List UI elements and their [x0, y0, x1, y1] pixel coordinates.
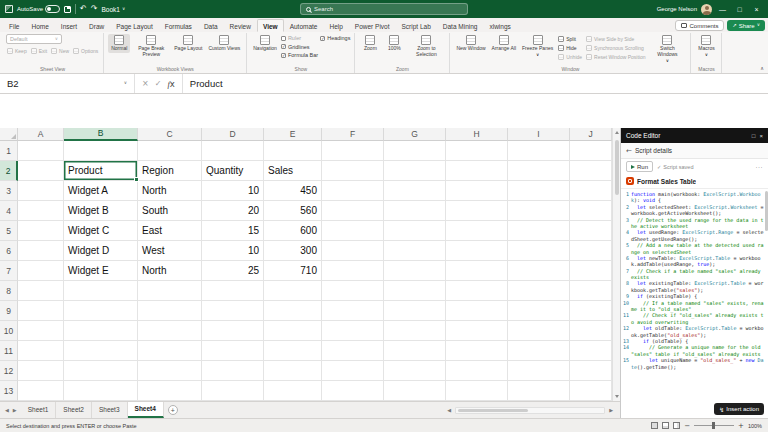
sheet-nav-left-icon[interactable]: ◀: [3, 407, 11, 413]
col-header-D[interactable]: D: [202, 128, 264, 141]
row-header-7[interactable]: 7: [0, 261, 18, 281]
cell-D10[interactable]: [202, 321, 264, 341]
navigation-button[interactable]: Navigation: [251, 34, 279, 53]
cell-B12[interactable]: [64, 361, 138, 381]
checkbox-gridlines[interactable]: ✓Gridlines: [281, 43, 318, 52]
cell-J10[interactable]: [570, 321, 612, 341]
cell-F13[interactable]: [322, 381, 384, 401]
cell-B10[interactable]: [64, 321, 138, 341]
cell-I13[interactable]: [508, 381, 570, 401]
cell-G11[interactable]: [384, 341, 446, 361]
cell-C1[interactable]: [138, 141, 202, 161]
cell-I8[interactable]: [508, 281, 570, 301]
cell-C3[interactable]: North: [138, 181, 202, 201]
sheet-tab-sheet1[interactable]: Sheet1: [21, 402, 57, 418]
ribbon-tab-insert[interactable]: Insert: [55, 19, 83, 32]
close-button[interactable]: ×: [750, 0, 763, 18]
ribbon-tab-script-lab[interactable]: Script Lab: [396, 19, 437, 32]
add-sheet-button[interactable]: +: [168, 405, 178, 415]
horizontal-scrollbar[interactable]: ◀ ▶: [445, 407, 615, 414]
row-header-5[interactable]: 5: [0, 221, 18, 241]
cell-F12[interactable]: [322, 361, 384, 381]
cell-A5[interactable]: [18, 221, 64, 241]
row-header-4[interactable]: 4: [0, 201, 18, 221]
ribbon-tab-help[interactable]: Help: [323, 19, 348, 32]
cell-D2[interactable]: Quantity: [202, 161, 264, 181]
100-button[interactable]: 100%: [383, 34, 405, 53]
cell-E5[interactable]: 600: [264, 221, 322, 241]
script-details-nav[interactable]: ← Script details: [621, 143, 768, 159]
cell-H1[interactable]: [446, 141, 508, 161]
cell-C2[interactable]: Region: [138, 161, 202, 181]
cell-J11[interactable]: [570, 341, 612, 361]
cell-D13[interactable]: [202, 381, 264, 401]
cell-A10[interactable]: [18, 321, 64, 341]
vertical-scrollbar-thumb[interactable]: [615, 140, 619, 195]
cell-G7[interactable]: [384, 261, 446, 281]
checkbox-headings[interactable]: ✓Headings: [320, 34, 350, 43]
keep-button[interactable]: Keep: [6, 46, 28, 55]
zoom-button[interactable]: Zoom: [359, 34, 381, 53]
cell-A2[interactable]: [18, 161, 64, 181]
cell-F3[interactable]: [322, 181, 384, 201]
cell-F9[interactable]: [322, 301, 384, 321]
cell-H3[interactable]: [446, 181, 508, 201]
reset-window-position-button[interactable]: Reset Window Position: [585, 52, 646, 61]
cell-D12[interactable]: [202, 361, 264, 381]
cell-H2[interactable]: [446, 161, 508, 181]
scroll-up-icon[interactable]: [615, 131, 619, 134]
normal-button[interactable]: Normal: [108, 34, 130, 53]
search-box[interactable]: [300, 3, 468, 15]
ribbon-tab-draw[interactable]: Draw: [83, 19, 110, 32]
zoom-to-selection-button[interactable]: Zoom to Selection: [407, 34, 445, 59]
freeze-panes-button[interactable]: Freeze Panes∨: [520, 34, 555, 58]
cell-I3[interactable]: [508, 181, 570, 201]
cell-B7[interactable]: Widget E: [64, 261, 138, 281]
cell-A12[interactable]: [18, 361, 64, 381]
cell-J7[interactable]: [570, 261, 612, 281]
cell-I5[interactable]: [508, 221, 570, 241]
cell-I1[interactable]: [508, 141, 570, 161]
arrange-all-button[interactable]: Arrange All: [490, 34, 518, 53]
ribbon-tab-power-pivot[interactable]: Power Pivot: [349, 19, 396, 32]
cell-C5[interactable]: East: [138, 221, 202, 241]
cell-H4[interactable]: [446, 201, 508, 221]
hide-button[interactable]: Hide: [557, 43, 583, 52]
cell-I10[interactable]: [508, 321, 570, 341]
cell-C11[interactable]: [138, 341, 202, 361]
minimize-button[interactable]: —: [716, 0, 729, 18]
cell-H5[interactable]: [446, 221, 508, 241]
cell-D11[interactable]: [202, 341, 264, 361]
cell-J2[interactable]: [570, 161, 612, 181]
vertical-scrollbar[interactable]: [612, 128, 620, 401]
undo-icon[interactable]: ↶: [80, 5, 87, 13]
cell-I11[interactable]: [508, 341, 570, 361]
cell-C12[interactable]: [138, 361, 202, 381]
autosave-control[interactable]: AutoSave: [17, 5, 60, 13]
cell-H13[interactable]: [446, 381, 508, 401]
share-button[interactable]: ↗ Share ∨: [727, 20, 765, 31]
cell-E12[interactable]: [264, 361, 322, 381]
cell-F1[interactable]: [322, 141, 384, 161]
cell-D6[interactable]: 10: [202, 241, 264, 261]
row-header-6[interactable]: 6: [0, 241, 18, 261]
cell-H6[interactable]: [446, 241, 508, 261]
cell-J1[interactable]: [570, 141, 612, 161]
sheet-nav-right-icon[interactable]: ▶: [11, 407, 19, 413]
cell-F6[interactable]: [322, 241, 384, 261]
options-button[interactable]: Options: [72, 46, 99, 55]
row-header-10[interactable]: 10: [0, 321, 18, 341]
new-window-button[interactable]: New Window: [454, 34, 487, 53]
collapse-ribbon-icon[interactable]: ∧: [760, 65, 764, 71]
popout-icon[interactable]: □: [752, 133, 756, 139]
cell-B11[interactable]: [64, 341, 138, 361]
hscroll-right-icon[interactable]: ▶: [607, 407, 615, 413]
checkbox-ruler[interactable]: Ruler: [281, 34, 318, 43]
zoom-percent[interactable]: 100%: [748, 423, 762, 429]
cell-F4[interactable]: [322, 201, 384, 221]
cell-A1[interactable]: [18, 141, 64, 161]
cell-C4[interactable]: South: [138, 201, 202, 221]
cell-C8[interactable]: [138, 281, 202, 301]
row-header-3[interactable]: 3: [0, 181, 18, 201]
zoom-in-icon[interactable]: +: [738, 422, 744, 430]
